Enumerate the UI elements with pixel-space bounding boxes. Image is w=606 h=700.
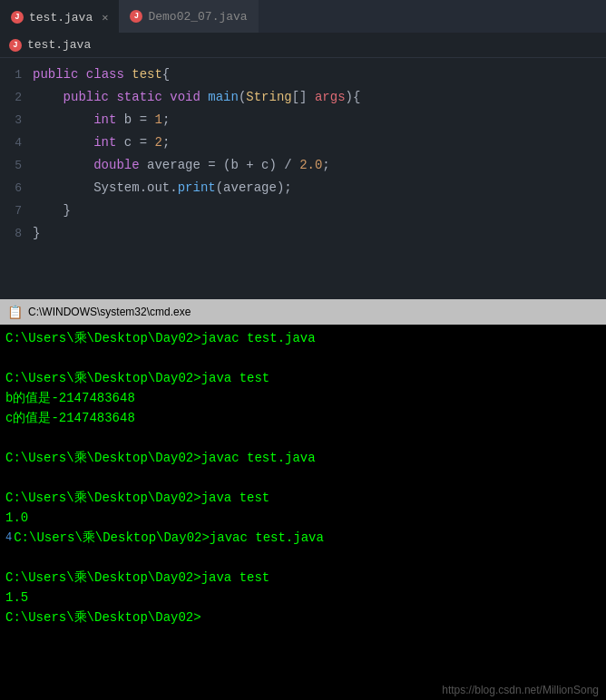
tab-close-test[interactable]: ✕	[102, 11, 108, 24]
tab-test-java[interactable]: J test.java ✕	[0, 0, 119, 33]
code-line-4: 4 int c = 2;	[0, 131, 606, 154]
code-line-3: 3 int b = 1;	[0, 109, 606, 131]
code-line-5: 5 double average = (b + c) / 2.0;	[0, 154, 606, 177]
cmd-line-blank-4	[5, 548, 601, 568]
tab-icon-demo: J	[130, 10, 142, 23]
code-line-7: 7 }	[0, 199, 606, 222]
line-num-5: 5	[0, 155, 33, 177]
tab-icon-test: J	[11, 11, 24, 24]
cmd-output-1: b的值是-2147483648	[5, 388, 601, 408]
cmd-line-blank-2	[5, 428, 601, 448]
line-num-3: 3	[0, 110, 33, 131]
cmd-line-7: C:\Users\乘\Desktop\Day02>	[5, 608, 601, 627]
cmd-line-6: C:\Users\乘\Desktop\Day02>java test	[5, 568, 601, 588]
cmd-output-2: c的值是-2147483648	[5, 408, 601, 428]
cmd-output-4: 1.5	[5, 588, 601, 608]
line-content-3: int b = 1;	[33, 109, 170, 131]
code-line-2: 2 public static void main(String[] args)…	[0, 86, 606, 109]
line-content-2: public static void main(String[] args){	[33, 86, 360, 108]
tab-demo-java[interactable]: J Demo02_07.java	[119, 0, 258, 33]
cmd-titlebar-text: C:\WINDOWS\system32\cmd.exe	[28, 306, 191, 318]
breadcrumb-text: test.java	[27, 38, 91, 52]
cmd-section: 📋 C:\WINDOWS\system32\cmd.exe C:\Users\乘…	[0, 299, 606, 700]
cmd-line-1: C:\Users\乘\Desktop\Day02>javac test.java	[5, 328, 601, 348]
line-num-1: 1	[0, 64, 33, 86]
tab-label-demo: Demo02_07.java	[148, 10, 247, 24]
cmd-line-2: C:\Users\乘\Desktop\Day02>java test	[5, 368, 601, 388]
code-line-8: 8 }	[0, 222, 606, 245]
line-num-6: 6	[0, 178, 33, 199]
code-area: 1 public class test{ 2 public static voi…	[0, 58, 606, 250]
line-num-8: 8	[0, 223, 33, 245]
line-num-2: 2	[0, 87, 33, 109]
cmd-line-blank-1	[5, 348, 601, 368]
line-num-7: 7	[0, 200, 33, 222]
cmd-output-3: 1.0	[5, 508, 601, 528]
code-line-6: 6 System.out.print(average);	[0, 177, 606, 199]
line-content-7: }	[33, 199, 71, 221]
watermark: https://blog.csdn.net/MillionSong	[442, 684, 599, 696]
line-content-5: double average = (b + c) / 2.0;	[33, 154, 330, 176]
line-content-6: System.out.print(average);	[33, 177, 292, 199]
cmd-titlebar: 📋 C:\WINDOWS\system32\cmd.exe	[0, 299, 606, 325]
cmd-line-3: C:\Users\乘\Desktop\Day02>javac test.java	[5, 448, 601, 468]
line-content-1: public class test{	[33, 63, 170, 85]
cmd-line-blank-3	[5, 468, 601, 488]
cmd-icon: 📋	[7, 305, 23, 320]
cmd-line-4: C:\Users\乘\Desktop\Day02>java test	[5, 488, 601, 508]
tab-label-test: test.java	[29, 11, 93, 24]
line-num-4: 4	[0, 132, 33, 154]
cmd-body[interactable]: C:\Users\乘\Desktop\Day02>javac test.java…	[0, 325, 606, 631]
file-breadcrumb: J test.java	[0, 33, 606, 58]
cmd-line-5: 4C:\Users\乘\Desktop\Day02>javac test.jav…	[5, 528, 601, 548]
breadcrumb-icon: J	[9, 39, 22, 52]
editor-section: J test.java ✕ J Demo02_07.java J test.ja…	[0, 0, 606, 299]
line-content-8: }	[33, 222, 40, 244]
tab-bar: J test.java ✕ J Demo02_07.java	[0, 0, 606, 33]
code-line-1: 1 public class test{	[0, 63, 606, 86]
line-content-4: int c = 2;	[33, 131, 170, 153]
